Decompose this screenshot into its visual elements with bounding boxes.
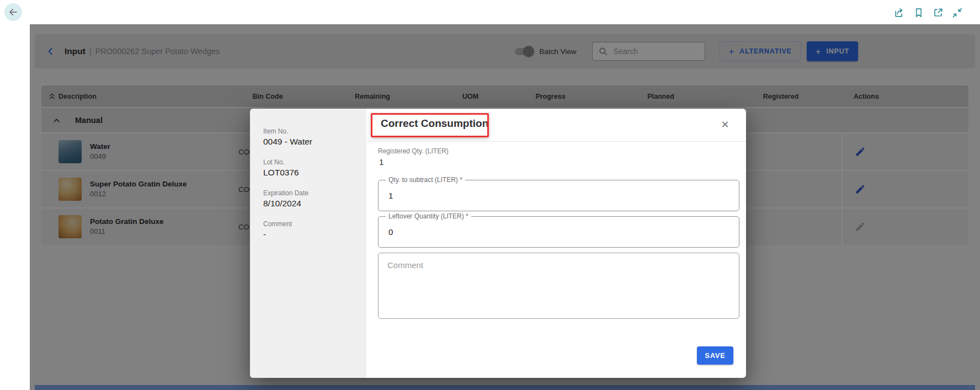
close-icon[interactable]: ✕ [718,117,732,132]
qty-to-subtract-input[interactable] [379,180,739,211]
lot-no-label: Lot No. [263,158,356,166]
topbar-actions [894,7,963,18]
open-in-new-icon[interactable] [933,7,944,18]
item-no-value: 0049 - Water [263,137,356,147]
correct-consumption-dialog: Item No. 0049 - Water Lot No. LOT0376 Ex… [250,109,746,378]
share-icon[interactable] [894,7,905,18]
dialog-title: Correct Consumption [381,117,488,130]
leftover-quantity-field: Leftover Quantity (LITER) * [378,216,739,248]
app-root: Input | PRO000262 Super Potato Wedges Ba… [0,0,980,390]
registered-qty-value: 1 [379,157,384,167]
expiration-date-value: 8/10/2024 [263,199,356,209]
collapse-icon[interactable] [952,7,963,18]
expiration-date-label: Expiration Date [263,189,356,197]
dialog-info-panel: Item No. 0049 - Water Lot No. LOT0376 Ex… [250,109,366,378]
registered-qty-label: Registered Qty. (LITER) [378,147,449,155]
comment-value: - [263,229,356,239]
back-button[interactable] [4,3,22,21]
leftover-quantity-label: Leftover Quantity (LITER) * [386,212,471,220]
bookmark-icon[interactable] [913,7,924,18]
comment-label: Comment [263,220,356,228]
save-button[interactable]: SAVE [697,346,733,365]
comment-input[interactable] [379,253,739,318]
qty-to-subtract-label: Qty. to subtract (LITER) * [386,176,465,184]
leftover-quantity-input[interactable] [379,217,739,247]
comment-field [378,253,739,319]
qty-to-subtract-field: Qty. to subtract (LITER) * [378,180,739,211]
topbar [0,0,980,24]
item-no-label: Item No. [263,127,356,135]
arrow-left-icon [8,7,18,17]
lot-no-value: LOT0376 [263,168,356,178]
